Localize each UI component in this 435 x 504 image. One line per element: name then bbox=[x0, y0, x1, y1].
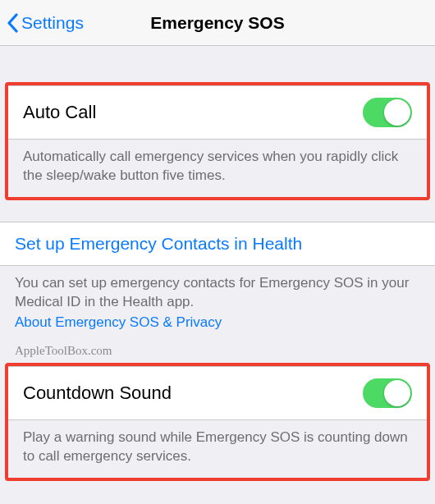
countdown-row: Countdown Sound bbox=[8, 366, 427, 420]
back-button[interactable]: Settings bbox=[0, 13, 84, 33]
auto-call-label: Auto Call bbox=[23, 102, 96, 123]
toggle-knob bbox=[384, 380, 410, 406]
watermark: AppleToolBox.com bbox=[0, 344, 435, 363]
contacts-footer: You can set up emergency contacts for Em… bbox=[0, 266, 435, 344]
countdown-section: Countdown Sound Play a warning sound whi… bbox=[5, 363, 430, 481]
toggle-knob bbox=[384, 99, 410, 126]
countdown-label: Countdown Sound bbox=[23, 383, 172, 404]
auto-call-section: Auto Call Automatically call emergency s… bbox=[5, 82, 430, 200]
setup-contacts-link[interactable]: Set up Emergency Contacts in Health bbox=[0, 222, 435, 266]
auto-call-toggle[interactable] bbox=[363, 98, 412, 127]
auto-call-footer: Automatically call emergency services wh… bbox=[8, 140, 427, 197]
navbar: Settings Emergency SOS bbox=[0, 0, 435, 46]
privacy-link[interactable]: About Emergency SOS & Privacy bbox=[15, 314, 420, 332]
auto-call-row: Auto Call bbox=[8, 85, 427, 140]
countdown-footer: Play a warning sound while Emergency SOS… bbox=[8, 420, 427, 478]
chevron-left-icon bbox=[7, 13, 18, 33]
back-label: Settings bbox=[21, 13, 84, 33]
countdown-toggle[interactable] bbox=[363, 378, 412, 408]
contacts-footer-text: You can set up emergency contacts for Em… bbox=[15, 275, 409, 309]
